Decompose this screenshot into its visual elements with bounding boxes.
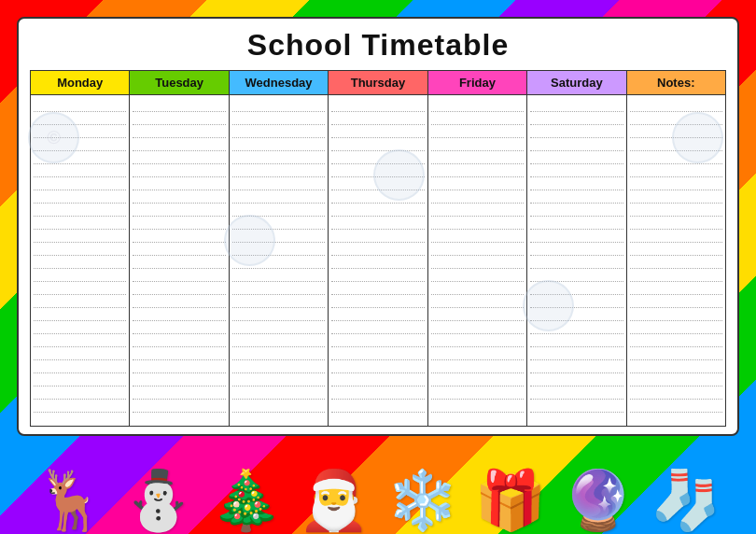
col-header-notes: Notes: [627, 71, 725, 95]
line [530, 256, 623, 269]
line [630, 373, 722, 386]
character-christmas-tree: 🎄 [210, 471, 282, 529]
character-snowflake: ❄️ [386, 471, 458, 529]
line [232, 230, 325, 243]
line [431, 230, 524, 243]
line [530, 334, 623, 347]
line [630, 217, 722, 230]
col-wednesday: Wednesday [230, 71, 329, 426]
line [331, 400, 424, 413]
line [431, 99, 524, 112]
line [34, 321, 126, 334]
line [133, 400, 225, 413]
line [133, 230, 225, 243]
line [133, 321, 225, 334]
characters-area: 🦌⛄🎄🎅❄️🎁🔮🧦 [17, 436, 739, 534]
line [331, 373, 424, 386]
line [232, 347, 325, 360]
line [34, 256, 126, 269]
character-reindeer: 🦌 [35, 471, 106, 529]
page-title: School Timetable [30, 28, 726, 63]
line [34, 204, 126, 217]
line [630, 138, 722, 151]
line [232, 334, 325, 347]
col-lines-friday[interactable] [428, 95, 526, 426]
line [331, 295, 424, 308]
line [133, 282, 225, 295]
line [133, 151, 225, 164]
line [331, 190, 424, 204]
line [530, 230, 623, 243]
line [530, 164, 623, 177]
line [331, 177, 424, 190]
line [530, 151, 623, 164]
line [34, 373, 126, 386]
line [331, 164, 424, 177]
line [331, 217, 424, 230]
line [630, 190, 722, 204]
line [431, 112, 524, 125]
line [530, 177, 623, 190]
line [530, 243, 623, 256]
line [630, 164, 722, 177]
line [630, 269, 722, 282]
col-lines-tuesday[interactable] [130, 95, 228, 426]
line [232, 99, 325, 112]
line [232, 360, 325, 373]
character-gift: 🎁 [474, 471, 546, 529]
line [34, 347, 126, 360]
line [133, 112, 225, 125]
line [34, 386, 126, 400]
col-lines-wednesday[interactable] [230, 95, 328, 426]
col-lines-saturday[interactable] [527, 95, 625, 426]
character-santa: 🎅 [298, 471, 370, 529]
line [34, 334, 126, 347]
line [630, 151, 722, 164]
line [133, 99, 225, 112]
line [331, 99, 424, 112]
col-lines-thursday[interactable] [329, 95, 427, 426]
line [431, 321, 524, 334]
line [630, 125, 722, 138]
line [34, 269, 126, 282]
line [630, 177, 722, 190]
line [133, 360, 225, 373]
line [133, 269, 225, 282]
line [630, 256, 722, 269]
line [232, 151, 325, 164]
line [34, 295, 126, 308]
line [133, 256, 225, 269]
line [232, 321, 325, 334]
line [331, 321, 424, 334]
line [530, 386, 623, 400]
line [133, 243, 225, 256]
line [34, 400, 126, 413]
col-lines-notes[interactable] [627, 95, 725, 426]
line [431, 164, 524, 177]
line [530, 204, 623, 217]
col-lines-monday[interactable] [31, 95, 129, 426]
line [431, 138, 524, 151]
line [630, 400, 722, 413]
line [530, 217, 623, 230]
line [530, 321, 623, 334]
col-tuesday: Tuesday [130, 71, 229, 426]
line [331, 282, 424, 295]
line [133, 177, 225, 190]
line [133, 334, 225, 347]
line [630, 204, 722, 217]
line [133, 373, 225, 386]
line [232, 373, 325, 386]
character-snowman: ⛄ [122, 471, 194, 529]
line [232, 138, 325, 151]
line [630, 282, 722, 295]
line [232, 269, 325, 282]
line [530, 138, 623, 151]
line [232, 400, 325, 413]
line [133, 347, 225, 360]
col-header-thursday: Thursday [329, 71, 427, 95]
line [232, 295, 325, 308]
line [34, 282, 126, 295]
line [133, 217, 225, 230]
line [431, 190, 524, 204]
